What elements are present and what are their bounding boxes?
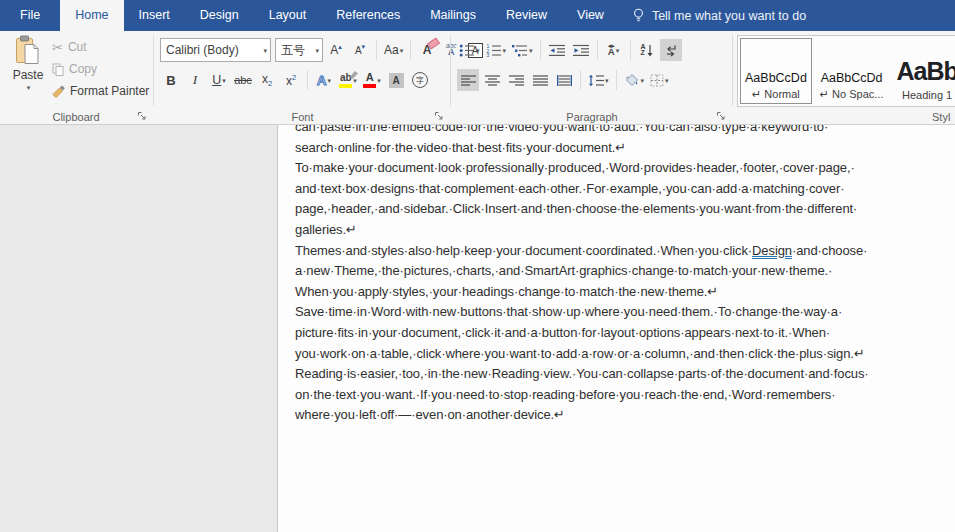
tell-me-box[interactable]: Tell me what you want to do [632, 0, 806, 31]
doc-line[interactable]: where·you·left·off·—·even·on·another·dev… [295, 405, 955, 426]
copy-button[interactable]: Copy [52, 59, 149, 79]
decrease-indent-button[interactable] [546, 39, 568, 61]
tab-mailings[interactable]: Mailings [415, 0, 491, 31]
dropdown-arrow-icon: ▾ [665, 77, 669, 84]
paste-button[interactable]: Paste ▾ [6, 35, 50, 109]
cut-button[interactable]: ✂ Cut [52, 37, 149, 57]
character-shading-button[interactable]: A [385, 69, 407, 91]
shading-button[interactable]: ▾ [622, 69, 647, 91]
asian-layout-button[interactable]: ◂▸ A ▾ [603, 39, 625, 61]
font-color-icon: A [363, 72, 376, 88]
increase-indent-button[interactable] [570, 39, 592, 61]
doc-line[interactable]: To·make·your·document·look·professionall… [295, 158, 955, 179]
grow-font-button[interactable]: A▴ [325, 39, 347, 61]
separator [630, 40, 631, 60]
italic-button[interactable]: I [184, 69, 206, 91]
dropdown-arrow-icon: ▾ [476, 47, 480, 54]
highlight-color-button[interactable]: ab ▾ [337, 69, 359, 91]
text-effects-icon: A [317, 73, 327, 88]
paste-dropdown-icon: ▾ [27, 84, 31, 91]
font-color-button[interactable]: A ▾ [361, 69, 383, 91]
styles-gallery: AaBbCcDd ↵ Normal AaBbCcDd ↵ No Spac... … [737, 35, 955, 107]
style-preview: AaBbCcDd [745, 51, 807, 85]
align-left-button[interactable] [457, 69, 479, 91]
copy-icon [52, 63, 64, 76]
format-painter-button[interactable]: Format Painter [52, 81, 149, 101]
doc-line[interactable]: you·work·on·a·table,·click·where·you·wan… [295, 344, 955, 365]
change-case-button[interactable]: Aa▾ [382, 39, 405, 61]
clipboard-group: Paste ▾ ✂ Cut Copy [0, 31, 152, 124]
superscript-button[interactable]: x2 [280, 69, 302, 91]
tab-review[interactable]: Review [491, 0, 562, 31]
underline-button[interactable]: U▾ [208, 69, 230, 91]
font-name-select[interactable]: Calibri (Body)▾ [160, 38, 271, 62]
borders-button[interactable]: ▾ [648, 69, 671, 91]
doc-line[interactable]: When·you·apply·styles,·your·headings·cha… [295, 282, 955, 303]
tab-references[interactable]: References [321, 0, 415, 31]
doc-line[interactable]: Reading·is·easier,·too,·in·the·new·Readi… [295, 364, 955, 385]
change-case-icon: Aa [384, 43, 399, 57]
doc-line[interactable]: on·the·text·you·want.·If·you·need·to·sto… [295, 385, 955, 406]
doc-line[interactable]: a·new·Theme,·the·pictures,·charts,·and·S… [295, 261, 955, 282]
sort-button[interactable]: AZ [636, 39, 658, 61]
clipboard-dialog-launcher[interactable] [136, 110, 148, 122]
numbering-button[interactable]: 123 ▾ [484, 39, 509, 61]
style-normal[interactable]: AaBbCcDd ↵ Normal [740, 38, 812, 104]
line-spacing-button[interactable]: ▾ [586, 69, 611, 91]
dropdown-arrow-icon: ▾ [503, 47, 507, 54]
dropdown-arrow-icon: ▾ [641, 77, 645, 84]
doc-line[interactable]: and·text·box·designs·that·complement·eac… [295, 179, 955, 200]
tab-layout[interactable]: Layout [254, 0, 322, 31]
doc-line[interactable]: Save·time·in·Word·with·new·buttons·that·… [295, 302, 955, 323]
font-size-select[interactable]: 五号▾ [275, 38, 323, 62]
enclose-characters-button[interactable]: 字 [409, 69, 431, 91]
show-hide-marks-button[interactable] [660, 39, 682, 61]
doc-line[interactable]: Themes·and·styles·also·help·keep·your·do… [295, 241, 955, 262]
separator [616, 70, 617, 90]
doc-line[interactable]: picture·fits·in·your·document,·click·it·… [295, 323, 955, 344]
strikethrough-icon: abc [234, 75, 252, 86]
shrink-font-button[interactable]: A▾ [349, 39, 371, 61]
doc-line[interactable]: galleries.↵ [295, 220, 955, 241]
format-painter-icon [52, 85, 65, 98]
style-no-spacing[interactable]: AaBbCcDd ↵ No Spac... [815, 38, 889, 104]
decrease-indent-icon [549, 44, 565, 57]
doc-line[interactable]: can·paste·in·the·embed·code·for·the·vide… [295, 125, 955, 138]
style-preview: AaBbCcDd [821, 51, 883, 85]
strikethrough-button[interactable]: abc [232, 69, 254, 91]
clear-formatting-icon: A [423, 43, 432, 57]
paragraph-group: ▾ 123 ▾ ▾ [453, 31, 731, 124]
paragraph-dialog-launcher[interactable] [715, 110, 727, 122]
clipboard-column: ✂ Cut Copy Format Painter [52, 37, 149, 101]
paragraph-group-label: Paragraph [453, 111, 731, 123]
tab-design[interactable]: Design [185, 0, 254, 31]
tab-home[interactable]: Home [60, 0, 123, 31]
shrink-font-icon: A▾ [355, 45, 365, 56]
doc-line[interactable]: page,·header,·and·sidebar.·Click·Insert·… [295, 199, 955, 220]
bold-button[interactable]: B [160, 69, 182, 91]
combo-arrow-icon: ▾ [263, 47, 267, 54]
clear-formatting-button[interactable]: A [416, 39, 438, 61]
style-heading-1[interactable]: AaBb Heading 1 [891, 38, 955, 104]
justify-button[interactable] [529, 69, 551, 91]
distribute-icon [557, 75, 572, 86]
distribute-button[interactable] [553, 69, 575, 91]
tab-insert[interactable]: Insert [124, 0, 185, 31]
document-page[interactable]: can·paste·in·the·embed·code·for·the·vide… [277, 125, 955, 532]
text-effects-button[interactable]: A▾ [313, 69, 335, 91]
tab-file[interactable]: File [0, 0, 60, 31]
subscript-button[interactable]: x2 [256, 69, 278, 91]
doc-line[interactable]: search·online·for·the·video·that·best·fi… [295, 138, 955, 159]
font-dialog-launcher[interactable] [433, 110, 445, 122]
grammar-flagged-word: Design [752, 243, 792, 258]
multilevel-list-button[interactable]: ▾ [510, 39, 535, 61]
align-center-button[interactable] [481, 69, 503, 91]
font-group: Calibri (Body)▾ 五号▾ A▴ A▾ Aa▾ A [156, 31, 449, 124]
lightbulb-icon [632, 8, 645, 24]
borders-icon [650, 74, 664, 87]
bullets-button[interactable]: ▾ [457, 39, 482, 61]
tab-view[interactable]: View [562, 0, 619, 31]
dropdown-arrow-icon: ▾ [605, 77, 609, 84]
clipboard-group-label: Clipboard [0, 111, 152, 123]
align-right-button[interactable] [505, 69, 527, 91]
